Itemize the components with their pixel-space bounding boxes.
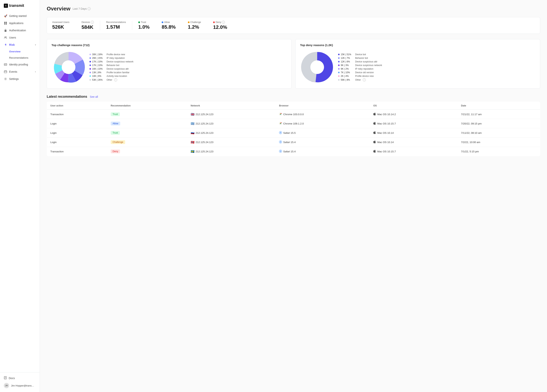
- legend-dot: [338, 61, 340, 62]
- ip-address: 212.125.24.123: [196, 150, 213, 153]
- logo-text: transmit: [9, 3, 24, 8]
- sidebar-item-authentication[interactable]: Authentication: [0, 27, 40, 34]
- user-profile[interactable]: JH Jim Hopper@transmit...: [4, 381, 36, 390]
- ip-address: 212.125.24.123: [196, 132, 213, 134]
- sidebar-item-users[interactable]: Users: [0, 34, 40, 41]
- stat-value-challenge: 1.2%: [188, 24, 201, 30]
- allow-dot: [162, 21, 163, 23]
- cell-browser: Safari 15.4: [276, 138, 370, 147]
- cell-browser: Chrome 103.0.0.0: [276, 110, 370, 119]
- svg-point-15: [5, 79, 6, 80]
- deny-info-icon[interactable]: i: [222, 21, 225, 24]
- col-network: Network: [187, 102, 276, 110]
- svg-rect-1: [6, 22, 7, 23]
- ip-address: 212.125.24.123: [196, 113, 213, 116]
- header-info-icon[interactable]: i: [88, 7, 91, 10]
- users-icon: [4, 36, 7, 39]
- stats-row: Assessed Users 526K Devices i 584K Recom…: [47, 17, 540, 34]
- os-name: Mac OS 10.14: [377, 141, 394, 144]
- table-row: Transaction Deny 🇸🇪 212.125.24.123 Safar…: [47, 147, 540, 156]
- legend-row: 9K | 3% Device suspicious network: [338, 64, 535, 66]
- cell-os: Mac OS 10.14: [370, 128, 458, 138]
- sidebar-item-applications[interactable]: Applications: [0, 20, 40, 27]
- col-browser: Browser: [276, 102, 370, 110]
- legend-num: 30K | 18%: [92, 53, 105, 56]
- table-row: Login Trust 🇷🇺 212.125.24.123 Safari 15.…: [47, 128, 540, 138]
- doc-icon: [4, 376, 7, 380]
- browser-icon: [279, 150, 282, 153]
- sidebar-subitem-overview[interactable]: Overview: [0, 48, 40, 55]
- cell-date: 7/1/22, 5:15 pm: [458, 147, 540, 156]
- sidebar-label-settings: Settings: [9, 77, 19, 80]
- sidebar-item-identity-proofing[interactable]: Identity proofing: [0, 61, 40, 68]
- stat-label-assessed: Assessed Users: [52, 21, 69, 24]
- cell-user-action: Login: [47, 128, 107, 138]
- legend-text: Profile location familiar: [107, 71, 130, 74]
- page-header: Overview Last 7 Days i: [47, 6, 540, 12]
- sidebar-item-settings[interactable]: Settings: [0, 75, 40, 83]
- chevron-down-icon: ▾: [35, 44, 36, 46]
- cell-network: 🇬🇧 212.125.24.123: [187, 110, 276, 119]
- flag-icon: 🇬🇧: [191, 113, 194, 116]
- col-recommendation: Recommendation: [107, 102, 187, 110]
- deny-chart-content: 15K | 51% Device bot 12K | 7% Behavior b…: [300, 50, 535, 84]
- cell-os: Mac OS 10.15.7: [370, 147, 458, 156]
- ip-address: 212.125.24.123: [196, 141, 213, 144]
- legend-dot: [338, 65, 340, 66]
- docs-item[interactable]: Docs: [4, 375, 36, 381]
- sidebar-item-getting-started[interactable]: 🚀 Getting started: [0, 12, 40, 20]
- challenge-chart-title: Top challenge reasons (712): [51, 43, 287, 47]
- recommendations-table: User action Recommendation Network Brows…: [47, 102, 540, 156]
- sidebar-item-events[interactable]: Events ▾: [0, 68, 40, 75]
- legend-row: 53K | 26% Other i: [89, 78, 287, 81]
- cell-os: Mac OS 10.14: [370, 138, 458, 147]
- table-header-row: User action Recommendation Network Brows…: [47, 102, 540, 110]
- svg-point-21: [310, 60, 324, 74]
- legend-dot: [338, 68, 340, 70]
- cell-date: 7/11/22, 08:10 am: [458, 128, 540, 138]
- recommendation-badge: Allow: [111, 122, 120, 126]
- sidebar-item-risk[interactable]: Risk ▾: [0, 41, 40, 48]
- legend-dot: [89, 72, 91, 73]
- cell-network: 🇸🇪 212.125.24.123: [187, 147, 276, 156]
- charts-section: Top challenge reasons (712): [47, 39, 540, 89]
- svg-point-8: [5, 64, 6, 65]
- deny-chart-title: Top deny reasons (1.2K): [300, 43, 535, 47]
- challenge-pie-chart: [51, 50, 86, 84]
- legend-text: Profile device new: [107, 53, 125, 56]
- legend-text: Device suspicious attr: [355, 60, 377, 63]
- os-name: Mac OS 10.15.7: [377, 150, 396, 153]
- legend-text: Other: [107, 79, 112, 81]
- devices-info-icon[interactable]: i: [91, 21, 94, 24]
- legend-row: 9K | 2% IP risky reputation: [338, 67, 535, 70]
- col-os: OS: [370, 102, 458, 110]
- other-info-icon[interactable]: i: [114, 78, 117, 81]
- legend-row: 10K | 6% Activity new location: [89, 75, 287, 77]
- os-name: Mac OS 10.14: [377, 132, 394, 134]
- sidebar-label-events: Events: [9, 70, 17, 73]
- cell-os: Mac OS 10.15.7: [370, 119, 458, 128]
- see-all-link[interactable]: See all: [90, 95, 98, 98]
- table-row: Login Allow 🇬🇷 212.125.24.123 Chrome 109…: [47, 119, 540, 128]
- sidebar-subitem-recommendations[interactable]: Recomendations: [0, 55, 40, 61]
- recommendations-header: Latest recommendations See all: [47, 95, 540, 99]
- browser-name: Chrome 109.1.2.0: [283, 122, 304, 125]
- legend-text: Behavior bot: [355, 57, 368, 59]
- table-row: Login Challenge 🇳🇴 212.125.24.123 Safari…: [47, 138, 540, 147]
- legend-dot: [89, 79, 91, 81]
- svg-point-5: [5, 37, 6, 38]
- deny-other-info-icon[interactable]: i: [363, 78, 366, 81]
- legend-dot: [89, 54, 91, 55]
- browser-name: Safari 15.5: [283, 132, 295, 134]
- id-icon: [4, 63, 7, 66]
- recommendation-badge: Trust: [111, 131, 120, 135]
- cell-user-action: Transaction: [47, 110, 107, 119]
- legend-dot: [89, 68, 91, 70]
- browser-icon: [279, 140, 282, 144]
- browser-name: Safari 15.4: [283, 150, 295, 153]
- stat-trust: Trust 1.0%: [138, 21, 156, 30]
- legend-num: 12K | 7%: [341, 57, 354, 59]
- sidebar-label-users: Users: [9, 36, 16, 39]
- apple-icon: [373, 140, 376, 144]
- flag-icon: 🇸🇪: [191, 150, 194, 153]
